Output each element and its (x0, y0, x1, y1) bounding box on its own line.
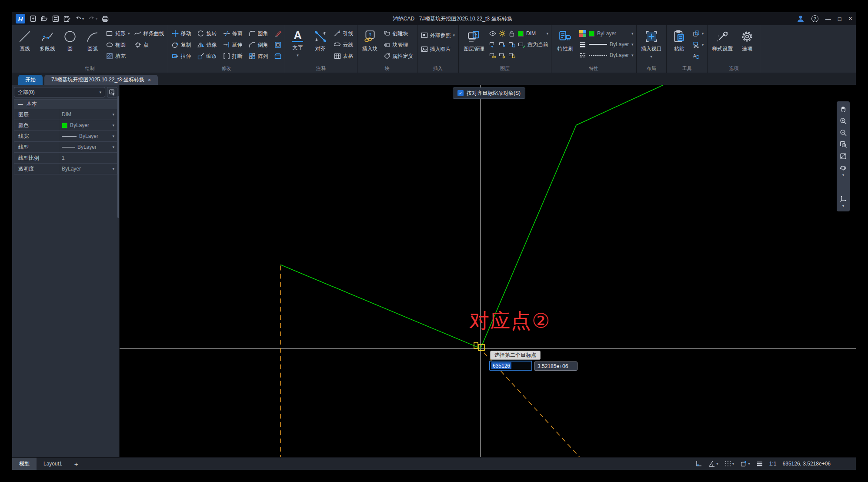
prop-transparency-value[interactable]: ByLayer▾ (59, 164, 117, 174)
sketch-button[interactable] (274, 29, 282, 38)
text-dropdown-icon[interactable]: ▾ (297, 53, 299, 57)
polar-tracking-toggle[interactable]: ▾ (708, 460, 718, 467)
app-logo-icon[interactable]: H (16, 14, 25, 23)
redo-dropdown-icon[interactable]: ▾ (96, 17, 97, 21)
maximize-button[interactable]: □ (838, 16, 841, 22)
ucs-button[interactable] (837, 193, 849, 204)
zoom-window-button[interactable] (837, 138, 849, 150)
save-button[interactable] (52, 15, 59, 22)
layer-manage-button[interactable]: 图层管理 (461, 27, 487, 64)
object-color-value[interactable]: ByLayer (597, 30, 616, 37)
attribute-define-button[interactable]: 属性定义 (383, 51, 414, 61)
copy-clip-button[interactable]: ▾ (692, 29, 705, 38)
block-manage-button[interactable]: 块管理 (383, 40, 414, 50)
polar-dropdown-icon[interactable]: ▾ (716, 462, 718, 466)
zoom-out-button[interactable] (837, 127, 849, 138)
layer-lock-icon[interactable] (508, 41, 515, 48)
tab-close-icon[interactable]: × (148, 77, 151, 83)
zoom-in-button[interactable] (837, 115, 849, 127)
ucs-dropdown-icon[interactable]: ▾ (842, 204, 844, 209)
quick-select-button[interactable] (107, 87, 117, 97)
current-layer-color-swatch[interactable] (518, 31, 524, 37)
user-account-icon[interactable] (797, 15, 805, 23)
viewport-scale[interactable]: 1:1 (769, 461, 777, 467)
paste-button[interactable]: 粘贴 (669, 27, 689, 64)
undo-dropdown-icon[interactable]: ▾ (82, 17, 84, 21)
ellipse-button[interactable]: 椭圆 (105, 40, 131, 50)
xref-dropdown-icon[interactable]: ▾ (453, 33, 455, 37)
layer-dropdown-icon[interactable]: ▾ (547, 31, 549, 36)
fillet-button[interactable]: 圆角 (248, 29, 269, 38)
insert-viewport-button[interactable]: 插入视口▾ (639, 27, 664, 64)
prop-ltscale-value[interactable]: 1 (59, 153, 117, 163)
redo-button[interactable]: ▾ (88, 15, 97, 22)
create-block-button[interactable]: 创建块 (383, 29, 414, 38)
zoom-extents-button[interactable] (837, 150, 849, 162)
cut-clip-button[interactable]: ▾ (692, 40, 705, 50)
revcloud-button[interactable]: 云线 (333, 40, 354, 50)
layer-thaw-icon[interactable] (499, 30, 506, 37)
trim-button[interactable]: 修剪 (222, 29, 244, 38)
polyline-button[interactable]: 多段线 (37, 27, 57, 64)
break-button[interactable]: 打断 (222, 51, 244, 61)
scale-button[interactable]: 缩放 (197, 51, 218, 61)
offset-button[interactable] (274, 40, 282, 50)
insert-block-button[interactable]: 插入块 (360, 27, 380, 64)
text-button[interactable]: A文字▾ (288, 27, 308, 64)
extend-button[interactable]: 延伸 (222, 40, 244, 50)
object-color-swatch[interactable] (589, 31, 594, 37)
add-layout-button[interactable]: + (69, 460, 83, 468)
grid-dropdown-icon[interactable]: ▾ (732, 462, 734, 466)
osnap-dropdown-icon[interactable]: ▾ (748, 462, 750, 466)
move-button[interactable]: 移动 (171, 29, 192, 38)
lineweight-dropdown-icon[interactable]: ▾ (631, 42, 634, 47)
circle-button[interactable]: 圆 (60, 27, 80, 64)
orbit-dropdown-icon[interactable]: ▾ (842, 174, 844, 178)
new-file-button[interactable] (30, 15, 37, 22)
tab-start[interactable]: 开始 (18, 75, 43, 85)
line-button[interactable]: 直线 (15, 27, 35, 64)
grid-snap-toggle[interactable]: ▾ (724, 460, 734, 467)
style-settings-button[interactable]: 样式设置 (710, 27, 734, 64)
selection-filter-dropdown[interactable]: 全部(0) ▾ (14, 87, 105, 97)
rectangle-dropdown-icon[interactable]: ▾ (128, 31, 130, 36)
viewport-dropdown-icon[interactable]: ▾ (650, 54, 652, 59)
tab-layout1[interactable]: Layout1 (37, 458, 69, 470)
align-scale-checkbox-bar[interactable]: ✓ 按对齐目标缩放对象(S) (453, 87, 525, 99)
explode-button[interactable] (274, 51, 282, 61)
match-properties-button[interactable]: 特性刷 (554, 27, 577, 64)
orbit-button[interactable] (837, 162, 849, 174)
insert-image-button[interactable]: 插入图片 (420, 44, 456, 54)
tab-model[interactable]: 模型 (12, 458, 37, 470)
lineweight-value[interactable]: ByLayer (610, 41, 629, 47)
ortho-toggle[interactable] (695, 460, 702, 467)
rotate-button[interactable]: 旋转 (197, 29, 218, 38)
set-current-layer-icon[interactable] (518, 41, 525, 48)
leader-button[interactable]: A引线 (333, 29, 354, 38)
chamfer-button[interactable]: 倒角 (248, 40, 269, 50)
spline-button[interactable]: 样条曲线 (134, 29, 165, 38)
layer-thaw-all-icon[interactable] (499, 52, 506, 59)
layer-off-icon[interactable] (489, 41, 496, 48)
layer-unlock-icon[interactable] (508, 30, 515, 37)
dynamic-input-x-field[interactable]: 635126 (489, 361, 532, 371)
set-current-label[interactable]: 置为当前 (527, 41, 548, 48)
minimize-button[interactable]: — (825, 16, 831, 22)
align-scale-checkbox[interactable]: ✓ (457, 90, 464, 96)
help-button[interactable]: ? (811, 15, 818, 22)
layer-unlock-all-icon[interactable] (508, 52, 515, 59)
undo-button[interactable]: ▾ (75, 15, 84, 22)
lineweight-display-toggle[interactable] (756, 460, 763, 467)
hatch-button[interactable]: 填充 (105, 51, 131, 61)
linetype-value[interactable]: ByLayer (610, 52, 629, 58)
array-button[interactable]: 阵列 (248, 51, 269, 61)
rectangle-button[interactable]: 矩形▾ (105, 29, 131, 38)
layer-on-icon[interactable] (489, 52, 496, 59)
linetype-dropdown-icon[interactable]: ▾ (631, 53, 634, 57)
copy-button[interactable]: 复制 (171, 40, 192, 50)
prop-color-value[interactable]: ByLayer▾ (59, 120, 117, 131)
dynamic-input-y-field[interactable]: 3.52185e+06 (534, 362, 578, 371)
prop-linetype-value[interactable]: ByLayer▾ (59, 142, 117, 152)
align-button[interactable]: 对齐 (310, 27, 331, 64)
object-snap-toggle[interactable]: ▾ (740, 460, 750, 467)
